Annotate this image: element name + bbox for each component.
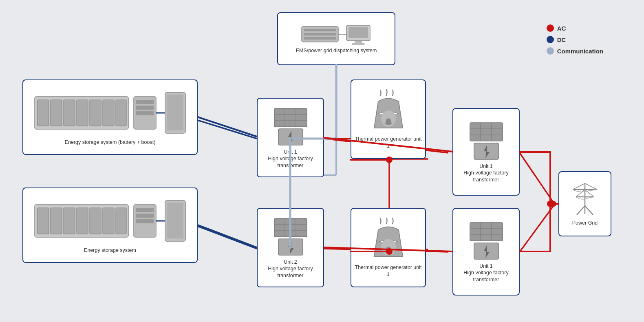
powergrid-label: Power Grid [572,220,598,226]
svg-rect-46 [77,208,88,234]
dc-dot [547,36,554,43]
svg-rect-73 [470,123,503,141]
comm-dot [547,47,554,55]
hvt1-label: Unit 1 High voltage factory transformer [268,149,313,169]
powergrid-box: Power Grid [558,171,611,236]
svg-rect-29 [51,100,62,126]
svg-line-7 [198,226,257,249]
svg-rect-47 [90,208,101,234]
ac-label: AC [557,25,566,32]
hvt4-box: Unit 1 High voltage factory transformer [452,208,520,296]
thermal2-box: Thermal power generator unit 1 [351,208,426,287]
svg-rect-26 [352,43,365,45]
svg-rect-44 [51,208,62,234]
legend: AC DC Communication [547,24,603,55]
ems-box: EMS/power grid dispatching system [277,12,395,65]
thermal1-box: Thermal power generator unit 1 [351,79,426,159]
svg-rect-32 [90,100,101,126]
svg-rect-52 [136,214,154,218]
svg-line-15 [520,205,554,252]
hvt1-box: Unit 1 High voltage factory transformer [257,98,324,177]
svg-line-100 [198,225,257,247]
svg-rect-56 [167,203,183,238]
dc-label: DC [557,36,566,43]
svg-rect-36 [136,100,154,104]
ems-label: EMS/power grid dispatching system [296,47,377,54]
svg-rect-51 [136,208,154,212]
svg-rect-28 [37,100,49,126]
hvt3-label: Unit 1 High voltage factory transformer [463,163,508,183]
ess2-label: Energy storage system [84,247,136,254]
thermal1-label: Thermal power generator unit 1 [355,136,422,149]
svg-rect-38 [136,111,154,115]
svg-rect-49 [116,208,126,234]
svg-rect-33 [103,100,114,126]
svg-rect-20 [304,33,336,35]
comm-label: Communication [557,48,603,55]
svg-rect-21 [304,37,336,40]
diagram-container: EMS/power grid dispatching system En [0,0,644,322]
legend-dc: DC [547,36,603,43]
svg-rect-19 [304,29,336,31]
svg-line-90 [573,183,585,190]
hvt2-box: Unit 2 High voltage factory transformer [257,208,324,287]
ess1-label: Energy storage system (battery + boost) [65,139,156,146]
svg-rect-80 [470,223,503,241]
legend-ac: AC [547,24,603,32]
hvt3-box: Unit 1 High voltage factory transformer [452,108,520,196]
thermal2-label: Thermal power generator unit 1 [355,264,422,278]
svg-rect-25 [355,41,362,43]
legend-comm: Communication [547,47,603,55]
svg-line-99 [198,117,257,137]
svg-rect-48 [103,208,114,234]
svg-rect-31 [77,100,88,126]
svg-line-13 [520,153,554,204]
ac-dot [547,24,554,32]
svg-rect-34 [116,100,126,126]
svg-rect-45 [64,208,75,234]
svg-point-14 [551,201,556,207]
svg-line-4 [198,120,257,139]
svg-line-92 [576,190,585,197]
ess1-box: Energy storage system (battery + boost) [22,79,198,155]
svg-rect-41 [167,95,183,130]
svg-rect-24 [348,27,368,38]
svg-line-94 [577,206,585,215]
svg-rect-43 [37,208,49,234]
svg-rect-53 [136,219,154,223]
svg-line-91 [585,183,597,190]
ess2-box: Energy storage system [22,187,198,263]
hvt4-label: Unit 1 High voltage factory transformer [463,263,508,283]
svg-point-109 [547,201,554,207]
svg-rect-57 [274,108,307,127]
svg-rect-37 [136,106,154,110]
hvt2-label: Unit 2 High voltage factory transformer [268,259,313,279]
svg-rect-64 [274,218,307,237]
svg-line-95 [585,206,593,215]
svg-rect-30 [64,100,75,126]
